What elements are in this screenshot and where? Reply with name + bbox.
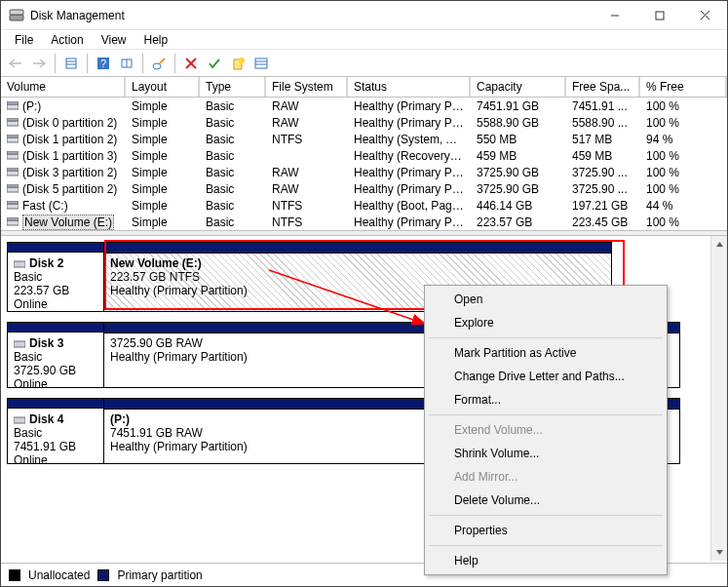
forward-button[interactable] — [28, 53, 50, 74]
disk-label: Disk 3 — [29, 336, 63, 350]
volume-list: (P:)SimpleBasicRAWHealthy (Primary Par..… — [1, 98, 727, 230]
context-menu: OpenExploreMark Partition as ActiveChang… — [424, 285, 668, 575]
legend-swatch-unallocated — [9, 569, 20, 581]
maximize-button[interactable] — [637, 1, 682, 30]
volume-capacity: 3725.90 GB — [471, 166, 566, 179]
volume-type: Basic — [200, 182, 266, 196]
delete-button[interactable] — [180, 53, 202, 74]
titlebar: Disk Management — [1, 1, 727, 30]
volume-row[interactable]: (Disk 0 partition 2)SimpleBasicRAWHealth… — [1, 114, 727, 131]
volume-row[interactable]: Fast (C:)SimpleBasicNTFSHealthy (Boot, P… — [1, 197, 727, 214]
help-button[interactable]: ? — [93, 53, 114, 74]
drive-icon — [7, 168, 19, 176]
volume-capacity: 3725.90 GB — [471, 182, 566, 196]
menu-item[interactable]: Shrink Volume... — [427, 442, 665, 465]
new-button[interactable] — [227, 53, 249, 74]
menu-separator — [429, 414, 663, 415]
disk-icon — [14, 339, 25, 348]
col-percent-free[interactable]: % Free — [640, 77, 727, 97]
menu-action[interactable]: Action — [43, 31, 91, 49]
window-title: Disk Management — [30, 9, 593, 22]
col-volume[interactable]: Volume — [1, 77, 126, 97]
menu-help[interactable]: Help — [136, 31, 176, 49]
settings-button[interactable] — [60, 53, 82, 74]
disk-icon — [14, 415, 25, 424]
volume-layout: Simple — [126, 133, 200, 146]
svg-rect-28 — [7, 154, 19, 159]
menu-item[interactable]: Mark Partition as Active — [427, 341, 665, 365]
minimize-button[interactable] — [593, 1, 637, 30]
volume-row[interactable]: (Disk 5 partition 2)SimpleBasicRAWHealth… — [1, 180, 727, 197]
scroll-down-icon[interactable] — [711, 544, 727, 561]
volume-row[interactable]: (Disk 3 partition 2)SimpleBasicRAWHealth… — [1, 164, 727, 180]
scrollbar-vertical[interactable] — [710, 236, 727, 561]
disk-info[interactable]: Disk 3Basic3725.90 GBOnline — [7, 322, 104, 388]
menu-item[interactable]: Properties — [427, 519, 665, 542]
properties-button[interactable] — [148, 53, 170, 74]
menu-item[interactable]: Open — [427, 288, 665, 311]
svg-rect-33 — [7, 184, 19, 187]
disk-kind: Basic — [14, 270, 42, 284]
volume-name: (Disk 5 partition 2) — [22, 182, 117, 196]
drive-icon — [7, 151, 19, 160]
svg-rect-22 — [7, 104, 19, 109]
svg-rect-24 — [7, 121, 19, 126]
drive-icon — [7, 118, 19, 127]
volume-percent: 94 % — [640, 133, 707, 146]
disk-size: 223.57 GB — [14, 284, 69, 297]
col-free-space[interactable]: Free Spa... — [566, 77, 640, 97]
volume-free: 223.45 GB — [566, 215, 640, 229]
svg-rect-40 — [14, 417, 25, 423]
volume-percent: 100 % — [640, 149, 707, 163]
check-button[interactable] — [204, 53, 225, 74]
refresh-button[interactable] — [116, 53, 137, 74]
svg-rect-1 — [10, 10, 23, 15]
app-icon — [9, 8, 24, 23]
menu-separator — [429, 515, 663, 516]
menu-item[interactable]: Explore — [427, 311, 665, 334]
volume-row[interactable]: New Volume (E:)SimpleBasicNTFSHealthy (P… — [1, 214, 727, 230]
menu-item[interactable]: Change Drive Letter and Paths... — [427, 365, 665, 388]
partition-name: New Volume (E:) — [110, 256, 605, 270]
svg-rect-3 — [656, 12, 664, 20]
volume-name: Fast (C:) — [22, 199, 68, 213]
menu-view[interactable]: View — [94, 31, 134, 49]
volume-percent: 100 % — [640, 99, 707, 113]
volume-status: Healthy (Primary Par... — [348, 182, 471, 196]
svg-rect-19 — [255, 59, 267, 68]
volume-capacity: 5588.90 GB — [471, 116, 566, 130]
scroll-up-icon[interactable] — [711, 236, 727, 253]
volume-row[interactable]: (Disk 1 partition 3)SimpleBasicHealthy (… — [1, 147, 727, 164]
col-capacity[interactable]: Capacity — [471, 77, 566, 97]
volume-row[interactable]: (Disk 1 partition 2)SimpleBasicNTFSHealt… — [1, 131, 727, 147]
volume-capacity: 459 MB — [471, 149, 566, 163]
volume-status: Healthy (Primary Par... — [348, 215, 471, 229]
close-button[interactable] — [682, 1, 727, 30]
menu-item[interactable]: Delete Volume... — [427, 489, 665, 512]
col-type[interactable]: Type — [200, 77, 266, 97]
svg-rect-31 — [7, 168, 19, 171]
col-status[interactable]: Status — [348, 77, 471, 97]
svg-rect-27 — [7, 135, 19, 137]
disk-management-window: Disk Management File Action View Help ? … — [0, 0, 728, 587]
list-view-button[interactable] — [250, 53, 272, 74]
col-filesystem[interactable]: File System — [266, 77, 348, 97]
volume-free: 459 MB — [566, 149, 640, 163]
back-button[interactable] — [5, 53, 26, 74]
svg-rect-30 — [7, 171, 19, 176]
volume-filesystem: NTFS — [266, 133, 348, 146]
volume-name: (Disk 3 partition 2) — [22, 166, 117, 179]
volume-filesystem: RAW — [266, 99, 348, 113]
volume-free: 5588.90 ... — [566, 116, 640, 130]
volume-status: Healthy (System, Act... — [348, 133, 471, 146]
menu-item[interactable]: Help — [427, 549, 665, 572]
menu-file[interactable]: File — [7, 31, 41, 49]
menu-item[interactable]: Format... — [427, 388, 665, 411]
col-layout[interactable]: Layout — [126, 77, 200, 97]
volume-name: (Disk 0 partition 2) — [22, 116, 117, 130]
svg-rect-37 — [7, 217, 19, 220]
disk-info[interactable]: Disk 2Basic223.57 GBOnline — [7, 242, 104, 312]
disk-kind: Basic — [14, 350, 42, 364]
volume-row[interactable]: (P:)SimpleBasicRAWHealthy (Primary Par..… — [1, 98, 727, 114]
disk-info[interactable]: Disk 4Basic7451.91 GBOnline — [7, 398, 104, 464]
